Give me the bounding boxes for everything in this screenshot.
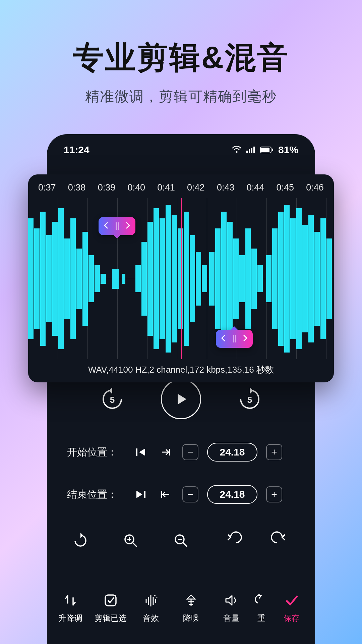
svg-rect-56 (221, 212, 227, 346)
tab-fx-label: 音效 (143, 613, 159, 624)
start-position-value[interactable]: 24.18 (207, 443, 257, 462)
transport-controls: 5 5 (67, 379, 295, 419)
svg-rect-7 (272, 149, 273, 151)
battery-icon (260, 144, 274, 156)
ruler-tick: 0:46 (306, 182, 324, 193)
signal-icon (246, 144, 255, 156)
svg-rect-40 (112, 269, 119, 289)
svg-rect-55 (215, 228, 221, 329)
tab-denoise[interactable]: 降噪 (171, 592, 211, 644)
svg-rect-34 (70, 218, 76, 339)
svg-rect-27 (28, 218, 34, 339)
ruler-tick: 0:42 (187, 182, 205, 193)
tab-save[interactable]: 保存 (272, 592, 312, 644)
ruler-tick: 0:37 (38, 182, 56, 193)
svg-rect-66 (284, 205, 290, 353)
end-position-label: 结束位置： (67, 488, 124, 501)
svg-rect-51 (190, 235, 195, 322)
nudge-start-right-button[interactable] (158, 444, 174, 460)
chevron-left-icon (103, 222, 109, 230)
tab-save-label: 保存 (284, 613, 300, 624)
redo-button[interactable] (272, 531, 292, 551)
controls-panel: 5 5 开始位置： − 24.18 (47, 376, 315, 551)
svg-rect-70 (308, 215, 314, 342)
chevron-right-icon (243, 335, 248, 343)
waveform-meta: WAV,44100 HZ,2 channel,172 kbps,135.16 秒… (28, 359, 334, 382)
refresh-button[interactable] (70, 531, 90, 551)
svg-line-13 (133, 543, 137, 547)
svg-rect-53 (202, 265, 207, 292)
skip-back-button[interactable]: 5 (101, 387, 124, 411)
skip-forward-amount: 5 (238, 395, 261, 405)
status-bar: 11:24 81% (47, 134, 315, 162)
svg-rect-2 (249, 149, 250, 153)
bottom-toolbar: 升降调 剪辑已选 音效 降噪 (47, 587, 315, 644)
time-ruler: 0:37 0:38 0:39 0:40 0:41 0:42 0:43 0:44 … (28, 174, 334, 196)
svg-rect-47 (166, 205, 171, 353)
svg-rect-69 (302, 225, 308, 332)
tab-pitch-label: 升降调 (58, 613, 82, 624)
start-decrement-button[interactable]: − (182, 444, 198, 460)
tab-trim[interactable]: 剪辑已选 (90, 592, 131, 644)
svg-rect-39 (101, 274, 106, 284)
start-increment-button[interactable]: + (266, 444, 282, 460)
skip-forward-button[interactable]: 5 (238, 387, 261, 411)
check-square-icon (103, 592, 118, 609)
check-icon (284, 592, 299, 609)
zoom-out-button[interactable] (171, 531, 191, 551)
fx-icon (143, 592, 158, 609)
go-start-button[interactable] (133, 444, 149, 460)
selection-end-handle[interactable] (216, 330, 253, 348)
svg-point-26 (157, 597, 158, 598)
svg-rect-61 (251, 249, 257, 309)
svg-rect-58 (233, 238, 239, 319)
tab-volume[interactable]: 音量 (211, 592, 251, 644)
svg-rect-42 (135, 265, 141, 292)
svg-rect-32 (58, 208, 64, 349)
tab-repeat[interactable]: 重 (251, 592, 272, 644)
svg-rect-67 (290, 218, 296, 339)
svg-rect-36 (82, 232, 88, 326)
tab-volume-label: 音量 (223, 613, 239, 624)
waveform-canvas[interactable] (28, 198, 334, 359)
ruler-tick: 0:39 (98, 182, 116, 193)
ruler-tick: 0:43 (217, 182, 235, 193)
nudge-end-left-button[interactable] (158, 486, 174, 502)
svg-rect-8 (136, 448, 137, 456)
zoom-in-button[interactable] (121, 531, 141, 551)
end-increment-button[interactable]: + (266, 486, 282, 502)
svg-rect-46 (160, 218, 165, 339)
end-position-row: 结束位置： − 24.18 + (67, 485, 295, 504)
ruler-tick: 0:38 (68, 182, 86, 193)
utility-row (67, 531, 295, 551)
end-decrement-button[interactable]: − (182, 486, 198, 502)
svg-rect-43 (141, 242, 147, 316)
svg-line-17 (183, 543, 187, 547)
chevron-left-icon (221, 335, 226, 343)
svg-rect-52 (196, 252, 201, 306)
selection-start-handle[interactable] (99, 217, 135, 235)
tab-fx[interactable]: 音效 (131, 592, 171, 644)
playhead[interactable] (181, 198, 182, 359)
status-time: 11:24 (64, 144, 89, 156)
svg-rect-60 (245, 228, 251, 329)
svg-rect-30 (46, 235, 52, 322)
svg-rect-28 (34, 228, 40, 329)
undo-button[interactable] (221, 531, 241, 551)
svg-point-25 (154, 595, 156, 596)
go-end-button[interactable] (133, 486, 149, 502)
svg-rect-31 (52, 222, 58, 336)
denoise-icon (184, 592, 198, 609)
svg-rect-68 (296, 208, 302, 349)
wifi-icon (232, 144, 241, 156)
svg-rect-45 (154, 208, 159, 349)
tab-denoise-label: 降噪 (183, 613, 199, 624)
svg-rect-62 (257, 265, 263, 292)
waveform-panel: 0:37 0:38 0:39 0:40 0:41 0:42 0:43 0:44 … (28, 174, 334, 382)
ruler-tick: 0:44 (247, 182, 264, 193)
play-button[interactable] (161, 379, 201, 419)
svg-rect-19 (105, 595, 116, 606)
end-position-value[interactable]: 24.18 (207, 485, 257, 504)
volume-icon (224, 592, 239, 609)
tab-pitch[interactable]: 升降调 (50, 592, 90, 644)
